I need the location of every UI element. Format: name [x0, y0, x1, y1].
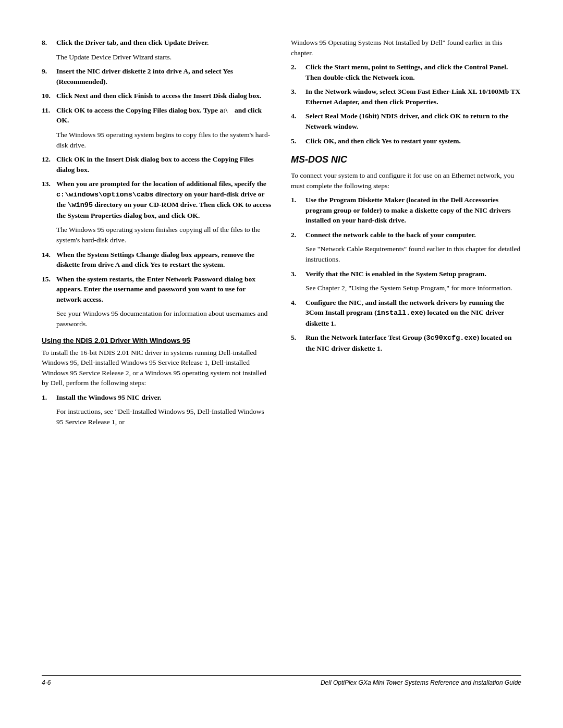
- item-content: Install the Windows 95 NIC driver.: [56, 392, 272, 403]
- item-content: Click OK in the Insert Disk dialog box t…: [56, 154, 272, 175]
- list-item: For instructions, see "Dell-Installed Wi…: [42, 406, 272, 427]
- item-number: [291, 244, 305, 264]
- item-content: Connect the network cable to the back of…: [305, 230, 521, 240]
- list-item: 5. Run the Network Interface Test Group …: [291, 332, 521, 353]
- list-item: See your Windows 95 documentation for in…: [42, 309, 272, 329]
- list-item: The Windows 95 operating system begins t…: [42, 130, 272, 150]
- item-content: Click OK, and then click Yes to restart …: [305, 136, 521, 146]
- item-number: 10.: [42, 91, 56, 101]
- item-content: Insert the NIC driver diskette 2 into dr…: [56, 66, 272, 87]
- item-number: 5.: [291, 136, 305, 146]
- list-item: 4. Configure the NIC, and install the ne…: [291, 298, 521, 329]
- msdos-section-heading: MS-DOS NIC: [291, 154, 521, 165]
- item-number: 9.: [42, 66, 56, 87]
- left-column: 8. Click the Driver tab, and then click …: [42, 38, 272, 659]
- list-item: 14. When the System Settings Change dial…: [42, 250, 272, 270]
- page-footer: 4-6 Dell OptiPlex GXa Mini Tower Systems…: [42, 675, 521, 686]
- item-number: [291, 283, 305, 293]
- list-item: The Update Device Driver Wizard starts.: [42, 52, 272, 63]
- list-item: 2. Connect the network cable to the back…: [291, 230, 521, 240]
- item-number: 3.: [291, 269, 305, 279]
- item-number: [42, 225, 56, 245]
- item-content: Configure the NIC, and install the netwo…: [305, 298, 521, 329]
- main-content: 8. Click the Driver tab, and then click …: [42, 38, 521, 659]
- item-content: When you are prompted for the location o…: [56, 179, 272, 220]
- msdos-numbered-list: 1. Use the Program Diskette Maker (locat…: [291, 195, 521, 353]
- item-number: [42, 52, 56, 63]
- list-item: 10. Click Next and then click Finish to …: [42, 91, 272, 101]
- item-number: 2.: [291, 62, 305, 82]
- item-content: Click the Driver tab, and then click Upd…: [56, 38, 272, 48]
- item-content: Click Next and then click Finish to acce…: [56, 91, 272, 101]
- page: 8. Click the Driver tab, and then click …: [0, 0, 563, 728]
- item-number: 15.: [42, 274, 56, 305]
- list-item: 3. Verify that the NIC is enabled in the…: [291, 269, 521, 279]
- sub-numbered-list: 1. Install the Windows 95 NIC driver. Fo…: [42, 392, 272, 427]
- item-number: [42, 406, 56, 427]
- item-content: See your Windows 95 documentation for in…: [56, 309, 272, 329]
- list-item: 4. Select Real Mode (16bit) NDIS driver,…: [291, 111, 521, 131]
- right-column: Windows 95 Operating Systems Not Install…: [291, 38, 521, 659]
- item-content: In the Network window, select 3Com Fast …: [305, 87, 521, 107]
- list-item: 1. Use the Program Diskette Maker (locat…: [291, 195, 521, 226]
- item-content: See "Network Cable Requirements" found e…: [305, 244, 521, 264]
- item-content: When the system restarts, the Enter Netw…: [56, 274, 272, 305]
- item-content: Verify that the NIC is enabled in the Sy…: [305, 269, 521, 279]
- list-item: 1. Install the Windows 95 NIC driver.: [42, 392, 272, 403]
- item-number: [42, 130, 56, 150]
- item-content: Run the Network Interface Test Group (3c…: [305, 332, 521, 353]
- item-number: [42, 309, 56, 329]
- list-item: 8. Click the Driver tab, and then click …: [42, 38, 272, 48]
- item-number: 12.: [42, 154, 56, 175]
- msdos-intro: To connect your system to and configure …: [291, 170, 521, 191]
- item-content: Click OK to access the Copying Files dia…: [56, 105, 272, 126]
- footer-title: Dell OptiPlex GXa Mini Tower Systems Ref…: [321, 679, 521, 686]
- item-number: 13.: [42, 179, 56, 220]
- item-content: Use the Program Diskette Maker (located …: [305, 195, 521, 226]
- item-content: The Windows 95 operating system finishes…: [56, 225, 272, 245]
- list-item: 5. Click OK, and then click Yes to resta…: [291, 136, 521, 146]
- item-number: 14.: [42, 250, 56, 270]
- list-item: 9. Insert the NIC driver diskette 2 into…: [42, 66, 272, 87]
- list-item: 13. When you are prompted for the locati…: [42, 179, 272, 220]
- list-item: 15. When the system restarts, the Enter …: [42, 274, 272, 305]
- item-content: Click the Start menu, point to Settings,…: [305, 62, 521, 82]
- right-intro: Windows 95 Operating Systems Not Install…: [291, 38, 521, 58]
- item-content: When the System Settings Change dialog b…: [56, 250, 272, 270]
- item-number: 1.: [291, 195, 305, 226]
- item-content: The Update Device Driver Wizard starts.: [56, 52, 272, 63]
- right-numbered-list: 2. Click the Start menu, point to Settin…: [291, 62, 521, 146]
- item-number: 5.: [291, 332, 305, 353]
- list-item: The Windows 95 operating system finishes…: [42, 225, 272, 245]
- item-content: Select Real Mode (16bit) NDIS driver, an…: [305, 111, 521, 131]
- list-item: 12. Click OK in the Insert Disk dialog b…: [42, 154, 272, 175]
- list-item: See Chapter 2, "Using the System Setup P…: [291, 283, 521, 293]
- item-content: The Windows 95 operating system begins t…: [56, 130, 272, 150]
- list-item: See "Network Cable Requirements" found e…: [291, 244, 521, 264]
- item-number: 11.: [42, 105, 56, 126]
- item-number: 8.: [42, 38, 56, 48]
- list-item: 11. Click OK to access the Copying Files…: [42, 105, 272, 126]
- list-item: 3. In the Network window, select 3Com Fa…: [291, 87, 521, 107]
- item-content: For instructions, see "Dell-Installed Wi…: [56, 406, 272, 427]
- list-item: 2. Click the Start menu, point to Settin…: [291, 62, 521, 82]
- subsection-para: To install the 16-bit NDIS 2.01 NIC driv…: [42, 348, 272, 388]
- footer-page-number: 4-6: [42, 679, 51, 686]
- subsection-heading: Using the NDIS 2.01 Driver With Windows …: [42, 337, 272, 344]
- item-number: 4.: [291, 111, 305, 131]
- item-number: 2.: [291, 230, 305, 240]
- item-number: 4.: [291, 298, 305, 329]
- item-number: 1.: [42, 392, 56, 403]
- item-content: See Chapter 2, "Using the System Setup P…: [305, 283, 521, 293]
- left-numbered-list: 8. Click the Driver tab, and then click …: [42, 38, 272, 329]
- item-number: 3.: [291, 87, 305, 107]
